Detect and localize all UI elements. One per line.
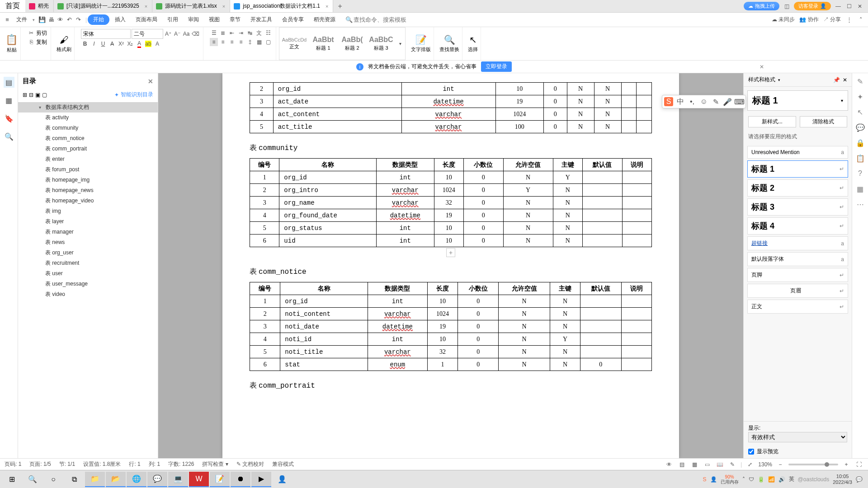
zoom-slider[interactable] xyxy=(788,464,838,465)
cell[interactable] xyxy=(582,171,622,184)
cell[interactable] xyxy=(621,333,651,346)
spell-check[interactable]: 拼写检查 ▾ xyxy=(202,460,228,468)
copy-button[interactable]: ⎘复制 xyxy=(27,38,47,46)
pages[interactable]: 页面: 1/5 xyxy=(29,460,51,468)
style-h1[interactable]: AaBbt标题 1 xyxy=(309,32,337,56)
cell[interactable]: 1 xyxy=(250,171,279,184)
format-painter-button[interactable]: 🖌格式刷 xyxy=(54,27,75,60)
chevron-down-icon[interactable]: ▾ xyxy=(841,98,843,103)
cell[interactable]: 4 xyxy=(250,209,279,222)
pin-icon[interactable]: 📌 xyxy=(833,77,840,83)
cell[interactable]: act_content xyxy=(273,108,401,121)
print-icon[interactable]: 🖶 xyxy=(47,16,55,23)
cell[interactable] xyxy=(637,83,652,95)
outline-item[interactable]: 表 comm_notice xyxy=(18,133,158,144)
search-rail-icon[interactable]: 🔍 xyxy=(4,131,14,142)
cell[interactable]: 10 xyxy=(434,171,463,184)
cell[interactable]: 0 xyxy=(458,320,499,333)
cell[interactable]: int xyxy=(376,222,434,235)
cell[interactable]: 0 xyxy=(464,235,504,247)
cell[interactable]: 0 xyxy=(464,197,504,209)
col-header[interactable]: 编号 xyxy=(250,159,279,171)
demote-icon[interactable]: ▢ xyxy=(42,92,47,98)
cell[interactable]: N xyxy=(499,295,550,308)
tray-expand-icon[interactable]: ˄ xyxy=(742,476,745,483)
cell[interactable]: 3 xyxy=(250,95,274,108)
cell[interactable]: 0 xyxy=(580,358,621,371)
share-button[interactable]: ↗ 分享 xyxy=(823,16,841,23)
outline-item[interactable]: 表 homepage_img xyxy=(18,175,158,185)
subscript-icon[interactable]: X₂ xyxy=(126,40,134,48)
cell[interactable]: stat xyxy=(280,358,368,371)
cell[interactable]: org_status xyxy=(279,222,377,235)
select-button[interactable]: ↖选择 xyxy=(465,27,481,60)
cell[interactable]: 2 xyxy=(250,184,279,197)
col-header[interactable]: 名称 xyxy=(279,159,377,171)
col-header[interactable]: 名称 xyxy=(280,282,368,295)
cortana-icon[interactable]: ○ xyxy=(43,472,63,487)
cell[interactable]: 19 xyxy=(434,209,463,222)
start-button[interactable]: ⊞ xyxy=(2,472,22,487)
cell[interactable]: N xyxy=(553,235,582,247)
text-direction-icon[interactable]: 文 xyxy=(255,29,263,37)
cell[interactable]: N xyxy=(567,83,594,95)
comments-icon[interactable]: 💬 xyxy=(856,123,865,132)
cell[interactable]: 0 xyxy=(458,295,499,308)
col-header[interactable]: 允许空值 xyxy=(499,282,550,295)
expand-all-icon[interactable]: ⊞ xyxy=(23,92,27,98)
cell[interactable]: org_found_date xyxy=(279,209,377,222)
cell[interactable]: act_title xyxy=(273,121,401,133)
cell[interactable] xyxy=(582,209,622,222)
tab-reference[interactable]: 引用 xyxy=(163,14,183,25)
clear-format-button[interactable]: 清除格式 xyxy=(800,116,848,127)
tray-wifi-icon[interactable]: 📶 xyxy=(768,476,775,483)
cell[interactable]: 0 xyxy=(458,358,499,371)
cell[interactable]: 0 xyxy=(458,333,499,346)
outline-rail-icon[interactable]: ▤ xyxy=(4,77,14,88)
cell[interactable]: 0 xyxy=(458,346,499,358)
cell[interactable]: 0 xyxy=(543,108,567,121)
cell[interactable]: 0 xyxy=(464,171,504,184)
mic-icon[interactable]: 🎤 xyxy=(723,97,732,106)
sogou-tray-icon[interactable]: S xyxy=(703,476,707,483)
section[interactable]: 节: 1/1 xyxy=(59,460,75,468)
cell[interactable] xyxy=(580,346,621,358)
text-layout-button[interactable]: 📝文字排版 xyxy=(408,27,434,60)
position[interactable]: 设置值: 1.8厘米 xyxy=(83,460,121,468)
cell[interactable]: 0 xyxy=(458,308,499,320)
outline-item[interactable]: 表 comm_portrait xyxy=(18,144,158,154)
new-style-button[interactable]: 新样式... xyxy=(748,116,796,127)
style-h2[interactable]: AaBb(标题 2 xyxy=(338,32,366,56)
terminal-icon[interactable]: ▶ xyxy=(251,472,271,487)
tray-battery-icon[interactable]: 🔋 xyxy=(758,476,764,483)
font-size-select[interactable] xyxy=(132,29,163,39)
cell[interactable]: N xyxy=(499,346,550,358)
outline-root[interactable]: 数据库表结构文档 xyxy=(18,102,158,113)
table-community[interactable]: 编号名称数据类型长度小数位允许空值主键默认值说明1org_idint100NY2… xyxy=(250,158,652,247)
cell[interactable]: N xyxy=(503,171,553,184)
italic-icon[interactable]: I xyxy=(90,40,98,48)
style-item[interactable]: 默认段落字体a xyxy=(747,252,848,266)
save-icon[interactable]: 💾 xyxy=(38,16,46,23)
app-tab-2[interactable]: 源码统计一览表1.xlsx× xyxy=(152,0,230,12)
outline-item[interactable]: 表 manager xyxy=(18,227,158,237)
cell[interactable] xyxy=(622,197,651,209)
tray-volume-icon[interactable]: 🔊 xyxy=(778,476,785,483)
redo-icon[interactable]: ↷ xyxy=(75,16,82,23)
decrease-indent-icon[interactable]: ⇤ xyxy=(228,29,236,37)
paste-group[interactable]: 📋粘贴 xyxy=(3,27,21,60)
style-item[interactable]: 正文↵ xyxy=(747,300,848,314)
cell[interactable]: datetime xyxy=(401,95,495,108)
cell[interactable]: 1 xyxy=(250,295,280,308)
outline-item[interactable]: 表 news xyxy=(18,237,158,248)
find-replace-button[interactable]: 🔍查找替换 xyxy=(437,27,462,60)
cell[interactable]: org_name xyxy=(279,197,377,209)
col-header[interactable]: 小数位 xyxy=(458,282,499,295)
cell[interactable]: 0 xyxy=(464,184,504,197)
col-header[interactable]: 数据类型 xyxy=(376,159,434,171)
cell[interactable]: org_id xyxy=(273,83,401,95)
thumbnail-rail-icon[interactable]: ▦ xyxy=(4,95,14,106)
cell[interactable]: 4 xyxy=(250,108,274,121)
close-banner-icon[interactable]: ✕ xyxy=(760,64,764,70)
col-header[interactable]: 编号 xyxy=(250,282,280,295)
